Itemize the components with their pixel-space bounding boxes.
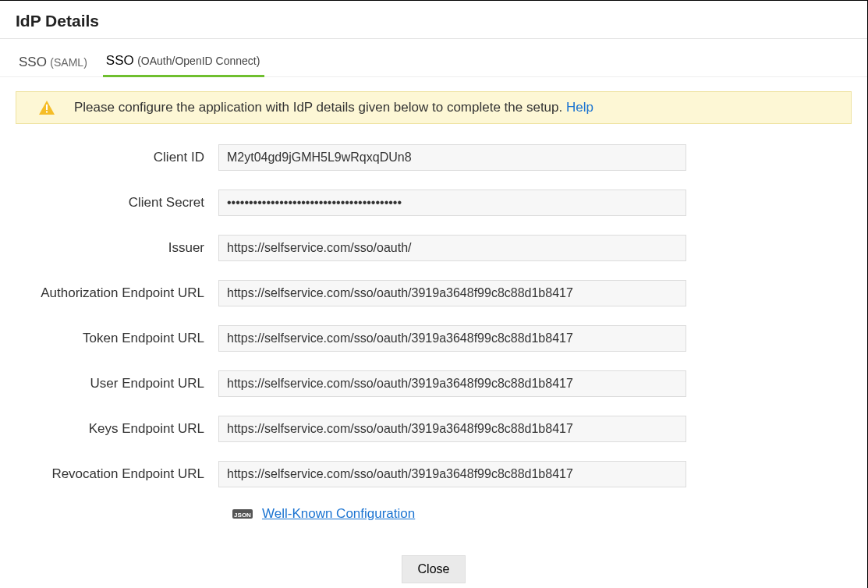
well-known-link[interactable]: Well-Known Configuration — [262, 506, 415, 522]
idp-details-dialog: IdP Details SSO (SAML) SSO (OAuth/OpenID… — [0, 0, 868, 588]
tab-sso-saml-sub: (SAML) — [50, 56, 87, 69]
tabs-bar: SSO (SAML) SSO (OAuth/OpenID Connect) — [0, 39, 867, 77]
input-revocation-endpoint[interactable] — [218, 461, 686, 487]
tab-sso-oauth-sub: (OAuth/OpenID Connect) — [137, 55, 260, 67]
row-client-id: Client ID — [16, 144, 852, 171]
tab-sso-saml[interactable]: SSO (SAML) — [16, 51, 92, 76]
page-title: IdP Details — [0, 1, 867, 38]
label-keys-endpoint: Keys Endpoint URL — [16, 421, 218, 437]
input-user-endpoint[interactable] — [218, 370, 686, 397]
row-revocation-endpoint: Revocation Endpoint URL — [16, 461, 852, 487]
label-user-endpoint: User Endpoint URL — [16, 376, 218, 391]
svg-text:JSON: JSON — [234, 512, 251, 519]
label-issuer: Issuer — [16, 240, 218, 256]
json-icon: JSON — [232, 507, 253, 521]
row-token-endpoint: Token Endpoint URL — [16, 325, 852, 352]
content-area: Please configure the application with Id… — [0, 77, 867, 522]
alert-message: Please configure the application with Id… — [74, 100, 593, 115]
row-client-secret: Client Secret — [16, 190, 852, 216]
dialog-footer: Close — [0, 555, 867, 583]
input-token-endpoint[interactable] — [218, 325, 686, 352]
warning-icon — [34, 101, 60, 115]
input-client-id[interactable] — [218, 144, 686, 171]
idp-details-form: Client ID Client Secret Issuer Authoriza… — [16, 144, 852, 522]
row-keys-endpoint: Keys Endpoint URL — [16, 416, 852, 442]
label-revocation-endpoint: Revocation Endpoint URL — [16, 466, 218, 482]
input-auth-endpoint[interactable] — [218, 280, 686, 306]
label-token-endpoint: Token Endpoint URL — [16, 331, 218, 346]
tab-sso-saml-main: SSO — [19, 55, 47, 69]
input-issuer[interactable] — [218, 235, 686, 261]
input-keys-endpoint[interactable] — [218, 416, 686, 442]
tab-sso-oauth[interactable]: SSO (OAuth/OpenID Connect) — [103, 50, 265, 77]
row-auth-endpoint: Authorization Endpoint URL — [16, 280, 852, 306]
input-client-secret[interactable] — [218, 190, 686, 216]
label-client-secret: Client Secret — [16, 195, 218, 211]
label-client-id: Client ID — [16, 150, 218, 165]
label-auth-endpoint: Authorization Endpoint URL — [16, 285, 218, 301]
row-user-endpoint: User Endpoint URL — [16, 370, 852, 397]
config-alert: Please configure the application with Id… — [16, 91, 852, 124]
row-well-known: JSON Well-Known Configuration — [232, 506, 852, 522]
tab-sso-oauth-main: SSO — [106, 53, 134, 68]
svg-rect-0 — [46, 104, 48, 110]
close-button[interactable]: Close — [402, 555, 466, 583]
row-issuer: Issuer — [16, 235, 852, 261]
alert-text: Please configure the application with Id… — [74, 100, 566, 115]
alert-help-link[interactable]: Help — [566, 100, 593, 115]
svg-rect-1 — [46, 112, 48, 113]
